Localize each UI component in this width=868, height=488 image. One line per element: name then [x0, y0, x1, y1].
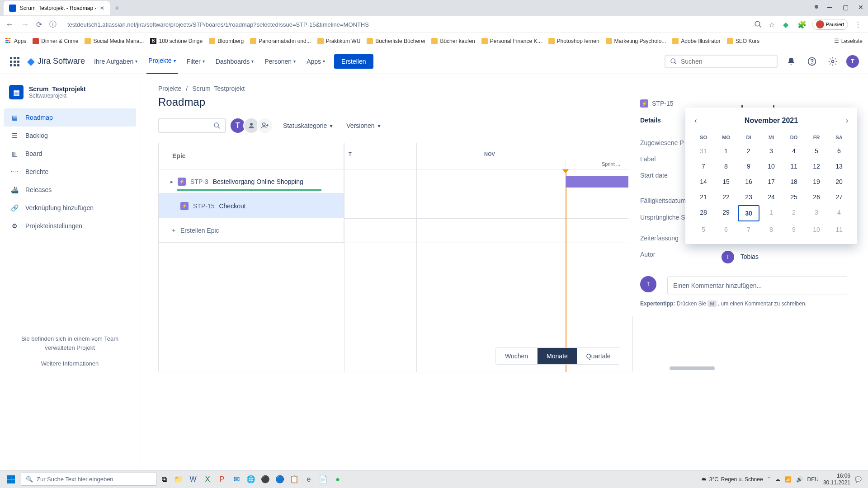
notifications-tray-icon[interactable]: 💬 — [855, 476, 862, 483]
reading-list-button[interactable]: ☰Leseliste — [834, 38, 863, 44]
site-info-icon[interactable]: ⓘ — [49, 20, 57, 29]
calendar-day[interactable]: 1 — [715, 144, 737, 158]
calendar-day[interactable]: 23 — [738, 190, 760, 204]
calendar-day[interactable]: 13 — [828, 159, 850, 174]
view-weeks-button[interactable]: Wochen — [496, 348, 538, 364]
bookmark-apps[interactable]: Apps — [5, 38, 26, 44]
calendar-day[interactable]: 17 — [760, 174, 782, 189]
sidebar-item-settings[interactable]: ⚙Projekteinstellungen — [4, 217, 136, 235]
calendar-day[interactable]: 10 — [806, 222, 827, 237]
epic-row[interactable]: ▸ ⚡ STP-3 Bestellvorgang Online Shopping — [159, 169, 344, 194]
forward-icon[interactable]: → — [21, 20, 29, 29]
tray-wifi-icon[interactable]: 📶 — [785, 476, 792, 483]
calendar-day[interactable]: 21 — [693, 190, 714, 204]
bookmark-item[interactable]: Bücher kaufen — [431, 38, 475, 44]
app-icon[interactable]: 🔵 — [273, 473, 287, 486]
nav-projects[interactable]: Projekte▾ — [146, 49, 177, 74]
comment-input[interactable]: Einen Kommentar hinzufügen... — [667, 276, 847, 295]
chrome-icon[interactable]: 🌐 — [244, 473, 258, 486]
create-epic-row[interactable]: ＋Erstellen Epic — [159, 218, 344, 243]
roadmap-search[interactable] — [158, 118, 226, 133]
sidebar-more-info-link[interactable]: Weitere Informationen — [13, 359, 127, 368]
calendar-day[interactable]: 25 — [783, 190, 805, 204]
project-header[interactable]: ▦ Scrum_Testprojekt Softwareprojekt — [4, 85, 136, 108]
calendar-day[interactable]: 16 — [738, 174, 760, 189]
taskbar-search[interactable]: 🔍Zur Suche Text hier eingeben — [21, 473, 156, 486]
app-icon[interactable]: 📄 — [316, 473, 330, 486]
extensions-puzzle-icon[interactable]: 🧩 — [797, 20, 806, 28]
calendar-day[interactable]: 3 — [806, 205, 827, 221]
calendar-day[interactable]: 14 — [693, 174, 714, 189]
bookmark-star-icon[interactable]: ☆ — [769, 20, 777, 28]
global-search[interactable] — [665, 55, 778, 68]
menu-dots-icon[interactable]: ⋮ — [854, 20, 863, 28]
word-icon[interactable]: W — [186, 473, 200, 486]
versions-filter[interactable]: Versionen▾ — [343, 119, 384, 132]
app-icon[interactable]: 📋 — [288, 473, 301, 486]
bookmark-item[interactable]: SEO Kurs — [727, 38, 760, 44]
maximize-icon[interactable]: ▢ — [843, 4, 849, 10]
bookmark-item[interactable]: Personal Finance K... — [481, 38, 542, 44]
spotify-icon[interactable]: ● — [331, 473, 344, 486]
calendar-day[interactable]: 5 — [693, 222, 714, 237]
start-button[interactable] — [2, 470, 20, 488]
tray-chevron-icon[interactable]: ˄ — [768, 476, 770, 483]
breadcrumb-project[interactable]: Scrum_Testprojekt — [192, 85, 245, 92]
sidebar-item-add-link[interactable]: 🔗Verknüpfung hinzufügen — [4, 199, 136, 217]
calendar-day[interactable]: 31 — [693, 144, 714, 158]
nav-your-work[interactable]: Ihre Aufgaben▾ — [92, 49, 139, 74]
expand-arrow-icon[interactable]: ▸ — [170, 178, 173, 185]
nav-dashboards[interactable]: Dashboards▾ — [214, 49, 256, 74]
calendar-day[interactable]: 19 — [806, 174, 827, 189]
calendar-day[interactable]: 4 — [828, 205, 850, 221]
calendar-day[interactable]: 10 — [760, 159, 782, 174]
reload-icon[interactable]: ⟳ — [36, 20, 42, 29]
back-icon[interactable]: ← — [5, 20, 14, 29]
jira-logo[interactable]: ◆ Jira Software — [27, 56, 85, 67]
bookmark-item[interactable]: Bloomberg — [209, 38, 244, 44]
breadcrumb-projects[interactable]: Projekte — [158, 85, 181, 92]
epic-row-selected[interactable]: ⚡ STP-15 Checkout — [159, 194, 344, 218]
zoom-icon[interactable] — [754, 20, 762, 28]
calendar-day[interactable]: 9 — [783, 222, 805, 237]
calendar-day[interactable]: 18 — [783, 174, 805, 189]
calendar-day[interactable]: 26 — [806, 190, 827, 204]
calendar-prev-icon[interactable]: ‹ — [693, 115, 698, 127]
tray-lang[interactable]: DEU — [807, 476, 819, 483]
taskbar-clock[interactable]: 16:06 30.11.2021 — [823, 473, 850, 486]
calendar-day[interactable]: 11 — [828, 222, 850, 237]
add-people-button[interactable] — [257, 117, 273, 134]
sidebar-item-releases[interactable]: 🚢Releases — [4, 181, 136, 199]
calendar-day[interactable]: 6 — [828, 144, 850, 158]
help-icon[interactable] — [805, 54, 819, 69]
calendar-day[interactable]: 29 — [715, 205, 737, 221]
bookmark-item[interactable]: Adobe Illustrator — [672, 38, 720, 44]
calendar-day[interactable]: 24 — [760, 190, 782, 204]
calendar-day[interactable]: 7 — [693, 159, 714, 174]
calendar-day[interactable]: 6 — [715, 222, 737, 237]
profile-avatar[interactable]: T — [846, 55, 859, 68]
close-tab-icon[interactable]: ✕ — [100, 5, 104, 11]
calendar-day[interactable]: 2 — [783, 205, 805, 221]
calendar-day[interactable]: 4 — [783, 144, 805, 158]
nav-apps[interactable]: Apps▾ — [305, 49, 327, 74]
sidebar-item-reports[interactable]: 〰Berichte — [4, 163, 136, 181]
bookmark-item[interactable]: B100 schöne Dinge — [150, 38, 203, 44]
calendar-day[interactable]: 27 — [828, 190, 850, 204]
calendar-day[interactable]: 9 — [738, 159, 760, 174]
nav-filters[interactable]: Filter▾ — [185, 49, 207, 74]
calendar-day[interactable]: 1 — [760, 205, 782, 221]
new-tab-button[interactable]: + — [110, 4, 124, 13]
powerpoint-icon[interactable]: P — [215, 473, 229, 486]
calendar-day[interactable]: 15 — [715, 174, 737, 189]
app-switcher-icon[interactable] — [9, 56, 20, 67]
edge-icon[interactable]: e — [302, 473, 316, 486]
nav-people[interactable]: Personen▾ — [263, 49, 297, 74]
view-months-button[interactable]: Monate — [538, 348, 577, 364]
bookmark-item[interactable]: Dinner & Crime — [33, 38, 78, 44]
calendar-day[interactable]: 30 — [738, 205, 760, 221]
calendar-day[interactable]: 8 — [760, 222, 782, 237]
bookmark-item[interactable]: Bücherliste Bücherei — [367, 38, 425, 44]
profile-pause-badge[interactable]: Pausiert — [812, 19, 848, 30]
calendar-day[interactable]: 20 — [828, 174, 850, 189]
